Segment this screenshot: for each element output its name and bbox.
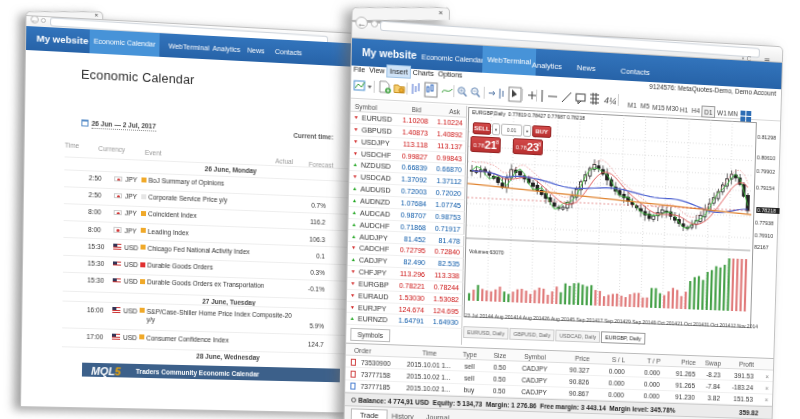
svg-text:4¼: 4¼ [604,96,616,106]
